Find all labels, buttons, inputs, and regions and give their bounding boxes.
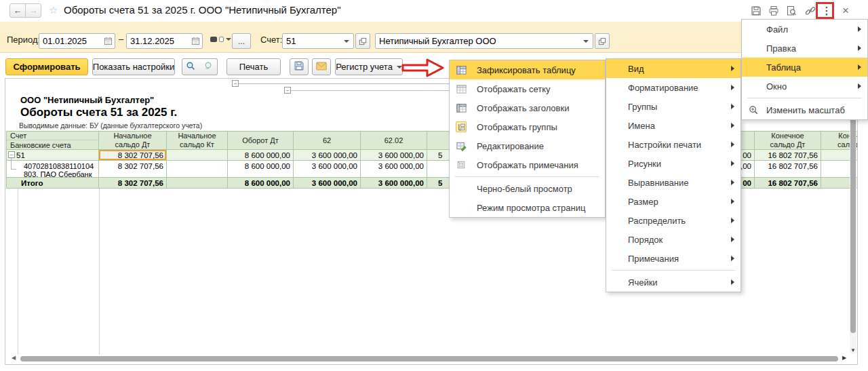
menu-item-freeze-table[interactable]: Зафиксировать таблицу — [450, 60, 605, 79]
table-cell[interactable]: 8 600 000,00 — [228, 178, 294, 189]
table-cell[interactable]: 16 802 707,56 — [755, 161, 821, 178]
close-icon[interactable]: × — [840, 5, 852, 17]
column-header-account[interactable]: Счет Банковские счета — [6, 131, 99, 150]
menu-item-size[interactable]: Размер — [606, 192, 741, 211]
table-cell[interactable]: 3 600 000,00 — [294, 161, 361, 178]
account-input[interactable] — [283, 36, 340, 46]
row-group-collapse-button[interactable]: – — [8, 151, 15, 158]
search-next-button[interactable] — [199, 58, 218, 75]
menu-item-alignment[interactable]: Выравнивание — [606, 173, 741, 192]
column-group-collapse-button[interactable]: – — [232, 80, 239, 87]
menu-item-black-white-view[interactable]: Черно-белый просмотр — [450, 179, 605, 198]
menu-item-window[interactable]: Окно — [742, 77, 867, 96]
menu-item-show-grid[interactable]: Отображать сетку — [450, 79, 605, 98]
menu-item-view[interactable]: Вид — [606, 59, 741, 78]
column-header-begin-kt[interactable]: Начальное сальдо Кт — [167, 131, 228, 150]
table-cell[interactable]: 3 600 000,00 — [294, 178, 361, 189]
column-header-begin-dt[interactable]: Начальное сальдо Дт — [99, 131, 167, 150]
period-from-field[interactable] — [39, 33, 115, 49]
column-header-62[interactable]: 62 — [294, 131, 361, 150]
table-cell[interactable]: 3 600 000,00 — [361, 150, 427, 161]
menu-item-edit[interactable]: Правка — [742, 39, 867, 58]
menu-item-formatting[interactable]: Форматирование — [606, 78, 741, 97]
column-group-collapse-button[interactable]: – — [284, 87, 291, 94]
preview-icon[interactable] — [785, 5, 797, 17]
table-cell[interactable]: 00 — [741, 150, 755, 161]
scroll-down-icon[interactable]: ▼ — [850, 347, 856, 353]
search-button[interactable] — [182, 58, 200, 75]
print-icon[interactable] — [768, 5, 780, 17]
organization-field[interactable] — [375, 33, 593, 49]
table-cell[interactable] — [167, 150, 228, 161]
menu-item-names[interactable]: Имена — [606, 116, 741, 135]
menu-item-table[interactable]: Таблица — [742, 58, 867, 77]
menu-item-order[interactable]: Порядок — [606, 230, 741, 249]
organization-open-button[interactable] — [595, 33, 610, 49]
column-header-6202[interactable]: 62.02 — [361, 131, 427, 150]
menu-item-pictures[interactable]: Рисунки — [606, 154, 741, 173]
menu-item-page-view-mode[interactable]: Режим просмотра страниц — [450, 198, 605, 217]
register-dropdown-button[interactable]: Регистр учета — [335, 58, 403, 75]
menu-item-show-headers[interactable]: Отображать заголовки — [450, 98, 605, 117]
organization-input[interactable] — [376, 36, 579, 46]
save-report-button[interactable] — [290, 58, 309, 75]
scroll-left-icon[interactable]: ◀ — [12, 355, 16, 361]
chevron-down-icon[interactable] — [579, 34, 593, 48]
account-open-button[interactable] — [355, 33, 370, 49]
vertical-scrollbar-thumb[interactable] — [850, 109, 856, 333]
table-cell[interactable]: 8 302 707,56 — [99, 161, 167, 178]
menu-item-groups[interactable]: Группы — [606, 97, 741, 116]
favorite-star-icon[interactable]: ☆ — [49, 4, 58, 16]
scroll-right-icon[interactable]: ▶ — [842, 355, 846, 361]
table-row-total[interactable]: Итого — [6, 178, 99, 189]
period-from-input[interactable] — [39, 36, 101, 46]
menu-item-notes[interactable]: Примечания — [606, 249, 741, 268]
period-more-button[interactable]: ... — [232, 33, 251, 49]
zoom-icon — [748, 104, 759, 115]
back-button[interactable]: ← — [9, 3, 26, 18]
menu-item-print-settings[interactable]: Настройки печати — [606, 135, 741, 154]
table-cell[interactable] — [167, 178, 228, 189]
selected-cell[interactable]: 8 302 707,56 — [99, 150, 167, 161]
calendar-icon[interactable] — [101, 34, 115, 48]
menu-item-cells[interactable]: Ячейки — [606, 273, 741, 292]
send-email-button[interactable] — [312, 58, 331, 75]
column-header-hidden[interactable] — [741, 131, 755, 150]
period-to-field[interactable] — [126, 33, 203, 49]
show-settings-button[interactable]: Показать настройки — [92, 58, 175, 75]
column-header-turnover-dt[interactable]: Оборот Дт — [228, 131, 294, 150]
calendar-icon[interactable] — [189, 34, 202, 48]
table-cell[interactable]: 8 600 000,00 — [228, 150, 294, 161]
menu-item-file[interactable]: Файл — [742, 20, 867, 39]
table-cell[interactable]: 16 802 707,56 — [755, 178, 821, 189]
table-cell[interactable]: 3 600 000,00 — [361, 178, 427, 189]
menu-item-change-scale[interactable]: Изменить масштаб — [742, 100, 867, 119]
submenu-arrow-icon — [731, 123, 734, 128]
period-to-input[interactable] — [127, 36, 189, 46]
period-variant-control[interactable] — [210, 37, 231, 42]
chevron-down-icon[interactable] — [340, 34, 353, 48]
link-icon[interactable] — [804, 5, 816, 17]
table-cell[interactable]: 16 802 707,56 — [755, 150, 821, 161]
table-cell[interactable]: ,00 — [741, 161, 755, 178]
menu-item-show-notes[interactable]: Отображать примечания — [450, 155, 605, 174]
menu-item-editing[interactable]: Редактирование — [450, 136, 605, 155]
column-header-end-dt[interactable]: Конечное сальдо Дт — [755, 131, 821, 150]
menu-item-show-groups[interactable]: Отображать группы — [450, 117, 605, 136]
table-row-bank-account[interactable]: 40702810838110104 803, ПАО Сбербанк — [6, 161, 99, 178]
account-label: Счет: — [260, 35, 282, 45]
forward-button[interactable]: → — [25, 3, 41, 18]
table-cell[interactable]: 8 600 000,00 — [228, 161, 294, 178]
table-row-account-51[interactable]: 51 — [6, 150, 99, 161]
print-button[interactable]: Печать — [226, 58, 281, 75]
horizontal-scrollbar-thumb[interactable] — [20, 356, 838, 362]
table-cell[interactable]: 3 600 000,00 — [361, 161, 427, 178]
table-cell[interactable]: 8 302 707,56 — [99, 178, 167, 189]
table-cell[interactable] — [167, 161, 228, 178]
table-cell[interactable]: 00 — [741, 178, 755, 189]
menu-item-distribute[interactable]: Распределить — [606, 211, 741, 230]
account-field[interactable] — [282, 33, 354, 49]
table-cell[interactable]: 3 600 000,00 — [294, 150, 361, 161]
save-icon[interactable] — [750, 5, 762, 17]
generate-button[interactable]: Сформировать — [5, 58, 88, 75]
